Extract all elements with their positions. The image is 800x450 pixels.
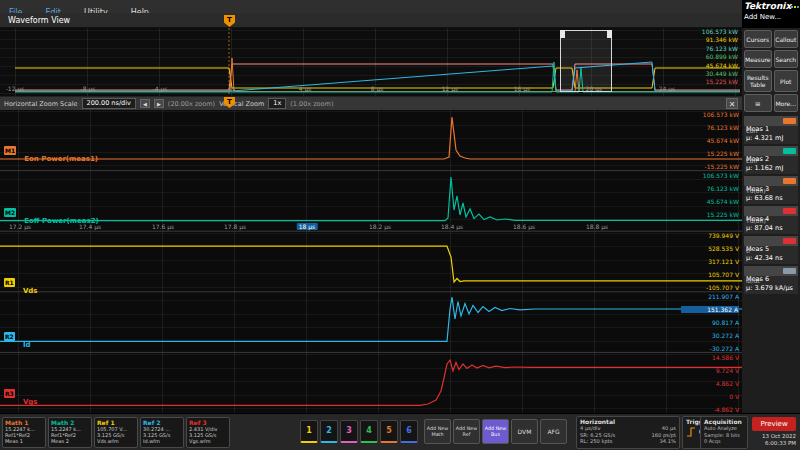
meas-card-6[interactable]: Meas 6 di/dt' μ: 3.679 kA/μs	[744, 266, 798, 294]
scale-label: 30.272 A	[681, 332, 739, 339]
overview-x-tick: -4 μs	[153, 85, 168, 92]
zoom-selection-box[interactable]	[560, 30, 612, 92]
zoom-scale-value[interactable]: 200.00 ns/div	[82, 98, 136, 109]
add-new-bus-button[interactable]: Add New Bus	[482, 419, 509, 444]
scale-label: 15.225 kW	[681, 211, 739, 218]
scale-label: 106.573 kW	[681, 172, 739, 179]
tektronix-logo: Tektronix	[744, 1, 798, 11]
scale-label: -30.272 A	[681, 345, 739, 352]
main-x-tick: 17.6 μs	[152, 223, 174, 230]
badge-ref2[interactable]: Ref 2 30.2724 ... 3.125 GS/s Id.wfm	[140, 417, 184, 448]
badge-ref1[interactable]: Ref 1 105.707 V... 3.125 GS/s Vds.wfm	[94, 417, 138, 448]
channel-2-button[interactable]: 2	[320, 420, 338, 443]
scale-label: 76.123 kW	[681, 185, 739, 192]
scale-label: 528.535 V	[681, 245, 739, 252]
add-new-button[interactable]: Add New...	[744, 13, 798, 21]
main-x-tick: 17.4 μs	[79, 223, 101, 230]
grid-icon[interactable]: ⊞	[744, 94, 772, 112]
badge-math1[interactable]: Math 1 15.2247 k... Ref1*Ref2 Meas 1	[2, 417, 46, 448]
meas-value: μ: 1.162 mJ	[746, 164, 796, 172]
zoom-scale-bar: Horizontal Zoom Scale 200.00 ns/div ◀ ▶ …	[0, 96, 742, 110]
main-traces	[0, 110, 742, 413]
channel-badge-m2[interactable]: M2	[4, 208, 16, 217]
badge-math2[interactable]: Math 2 15.2247 k... Ref1*Ref2 Meas 2	[48, 417, 92, 448]
preview-button[interactable]: Preview	[752, 417, 796, 431]
badge-ref3[interactable]: Ref 3 2.431 V/div 3.125 GS/s Vgs.wfm	[186, 417, 230, 448]
channel-badge-r3[interactable]: R3	[4, 389, 15, 398]
scale-label: 14.586 V	[681, 354, 739, 361]
meas-card-3[interactable]: Meas 3 Td(on)' μ: 63.68 ns	[744, 176, 798, 204]
meas-value: μ: 42.34 ns	[746, 254, 796, 262]
channel-5-button[interactable]: 5	[380, 420, 398, 443]
channel-4-button[interactable]: 4	[360, 420, 378, 443]
zoom-scale-decrease-icon[interactable]: ◀	[140, 99, 150, 108]
overview-x-tick: 8 μs	[371, 85, 384, 92]
channel-badge-m1[interactable]: M1	[4, 146, 16, 155]
search-button[interactable]: Search	[774, 50, 799, 68]
overview-scale-label: 76.123 kW	[688, 45, 738, 53]
meas-card-5[interactable]: Meas 5 tr' μ: 42.34 ns	[744, 236, 798, 264]
meas-source-chip	[783, 238, 796, 244]
horizontal-panel[interactable]: Horizontal 4 μs/div40 μs SR: 6.25 GS/s16…	[576, 416, 680, 449]
meas-source-chip	[783, 148, 796, 154]
meas-card-2[interactable]: Meas 2 Eoff' μ: 1.162 mJ	[744, 146, 798, 174]
tab-waveform-view[interactable]: Waveform View	[0, 13, 742, 28]
add-new-math-button[interactable]: Add New Math	[424, 419, 451, 444]
zoom-left-handle[interactable]	[560, 30, 565, 38]
overview-scale-label: 91.346 kW	[688, 36, 738, 44]
scale-label-highlighted[interactable]: 151.362 A	[681, 306, 739, 313]
scale-label: 0 V	[681, 393, 739, 400]
channel-badge-r2[interactable]: R2	[4, 332, 15, 341]
oscilloscope-screen: File Edit Utility Help Tektronix Add New…	[0, 0, 800, 450]
channel-1-button[interactable]: 1	[300, 420, 318, 443]
meas-card-4[interactable]: Meas 4 Td(off)' μ: 87.04 ns	[744, 206, 798, 234]
main-x-tick-highlighted: 18 μs	[297, 223, 318, 230]
vertical-zoom-value[interactable]: 1x	[268, 98, 286, 109]
scale-label: 105.707 V	[681, 271, 739, 278]
acquisition-panel[interactable]: Acquisition Auto Analyze Sample: 8 bits …	[700, 416, 748, 449]
overview-scale-label: 45.674 kW	[688, 62, 738, 70]
measure-button[interactable]: Measure	[744, 50, 772, 68]
main-x-tick: 18.6 μs	[513, 223, 535, 230]
channel-label-id[interactable]: R2 Id	[4, 332, 31, 342]
cursors-button[interactable]: Cursors	[744, 30, 772, 48]
channel-label-eoff[interactable]: M2 Eoff Power(meas2)	[4, 208, 99, 218]
add-new-ref-button[interactable]: Add New Ref	[453, 419, 480, 444]
scale-label: 90.817 A	[681, 319, 739, 326]
bottom-bar: Math 1 15.2247 k... Ref1*Ref2 Meas 1 Mat…	[0, 413, 800, 450]
channel-label-vds[interactable]: R1 Vds	[4, 278, 38, 288]
zoom-right-handle[interactable]	[607, 30, 612, 38]
main-x-tick: 18.2 μs	[369, 223, 391, 230]
menu-bar: File Edit Utility Help	[0, 0, 742, 13]
channel-badge-r1[interactable]: R1	[4, 278, 15, 287]
scale-label: -4.862 V	[681, 406, 739, 413]
more-button[interactable]: More...	[774, 94, 799, 112]
zoom-scale-title: Horizontal Zoom Scale	[4, 100, 78, 108]
right-sidebar: Cursors Callout Measure Search Results T…	[742, 28, 800, 413]
scale-label: 211.907 A	[681, 293, 739, 300]
channel-label-vgs[interactable]: R3 Vgs	[4, 389, 38, 399]
callout-button[interactable]: Callout	[774, 30, 799, 48]
zoom-scale-increase-icon[interactable]: ▶	[154, 99, 164, 108]
meas-source-chip	[783, 178, 796, 184]
channel-6-button[interactable]: 6	[400, 420, 418, 443]
overview-x-tick: 4 μs	[299, 85, 312, 92]
afg-button[interactable]: AFG	[540, 419, 567, 444]
overview-x-tick: 20 μs	[586, 85, 603, 92]
overview-scale-label: 106.573 kW	[688, 28, 738, 36]
channel-3-button[interactable]: 3	[340, 420, 358, 443]
main-waveform-area[interactable]: M1 Eon Power(meas1) M2 Eoff Power(meas2)…	[0, 110, 742, 413]
dvm-button[interactable]: DVM	[511, 419, 538, 444]
vertical-zoom-factor: (1.00x zoom)	[290, 100, 333, 108]
meas-card-1[interactable]: Meas 1 Eon' μ: 4.321 mJ	[744, 116, 798, 144]
channel-label-eon[interactable]: M1 Eon Power(meas1)	[4, 146, 98, 156]
main-x-tick: 17.2 μs	[9, 223, 31, 230]
results-table-button[interactable]: Results Table	[744, 70, 772, 92]
measurement-results-list: Meas 1 Eon' μ: 4.321 mJ Meas 2 Eoff' μ: …	[744, 116, 798, 294]
meas-source-chip	[783, 268, 796, 274]
overview-waveform-area[interactable]: -12 μs -8 μs -4 μs 0s 4 μs 8 μs 12 μs 16…	[0, 28, 742, 96]
overview-x-tick: 12 μs	[442, 85, 459, 92]
plot-button[interactable]: Plot	[774, 70, 799, 92]
close-zoom-icon[interactable]: ✕	[726, 98, 738, 109]
scale-label: -105.707 V	[681, 284, 739, 291]
